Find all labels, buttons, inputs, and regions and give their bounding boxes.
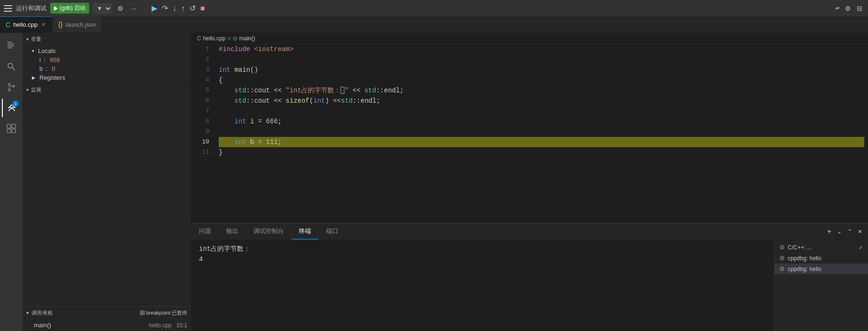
ln-3: 3 bbox=[191, 65, 209, 75]
bottom-content: int占的字节数： 4 ⚙ C/C++: ... ✓ ⚙ cppdbg: hel… bbox=[191, 240, 868, 331]
svg-rect-17 bbox=[12, 129, 15, 133]
continue-button[interactable]: ▶ bbox=[150, 2, 159, 14]
terminal-close-button[interactable]: ✕ bbox=[856, 226, 864, 237]
activity-item-search[interactable] bbox=[2, 57, 21, 76]
locals-chevron: ▾ bbox=[32, 48, 34, 53]
more-options-button[interactable]: ··· bbox=[129, 3, 138, 14]
terminal-side-item-cpp[interactable]: ⚙ C/C++: ... ✓ bbox=[775, 242, 868, 253]
registers-chevron: ▶ bbox=[32, 75, 36, 80]
registers-group[interactable]: ▶ Registers bbox=[23, 73, 191, 82]
cursor-box bbox=[341, 87, 344, 94]
terminal-main[interactable]: int占的字节数： 4 bbox=[191, 240, 774, 331]
step-out-button[interactable]: ↑ bbox=[179, 3, 187, 14]
editor-area: C hello.cpp > ⊙ main() 1 2 3 4 5 6 7 8 9… bbox=[191, 33, 868, 331]
watch-section: ▾ 监视 bbox=[23, 83, 191, 306]
tab-hello-cpp-label: hello.cpp bbox=[13, 21, 38, 28]
svg-rect-2 bbox=[8, 45, 14, 46]
bottom-panel: 问题 输出 调试控制台 终端 端口 + ⌄ ⌃ ✕ int占的字节数： 4 bbox=[191, 223, 868, 331]
ln-11: 11 bbox=[191, 147, 209, 158]
add-terminal-button[interactable]: + bbox=[825, 226, 833, 238]
tab-problems[interactable]: 问题 bbox=[191, 224, 219, 240]
tab-terminal[interactable]: 终端 bbox=[291, 224, 319, 240]
step-into-button[interactable]: ↓ bbox=[171, 3, 178, 14]
call-stack-header[interactable]: ▾ 调用堆栈 因 breakpoint 已暂停 bbox=[23, 307, 191, 319]
debug-config-dropdown[interactable]: ▼ bbox=[93, 3, 112, 14]
svg-rect-15 bbox=[12, 124, 15, 128]
debug-badge: 1 bbox=[12, 100, 19, 107]
settings-gear-button[interactable]: ⚙ bbox=[843, 3, 853, 14]
variable-i[interactable]: i : 666 bbox=[23, 55, 191, 64]
activity-item-source-control[interactable] bbox=[2, 78, 21, 97]
ln-2: 2 bbox=[191, 54, 209, 65]
terminal-side: ⚙ C/C++: ... ✓ ⚙ cppdbg: hello ⚙ cppdbg:… bbox=[774, 240, 868, 331]
stop-button[interactable]: ■ bbox=[198, 3, 207, 14]
locals-label: Locals bbox=[38, 47, 56, 54]
remote-icon-button[interactable]: ⇌ bbox=[833, 3, 841, 13]
code-line-10: int b = 111; bbox=[219, 137, 864, 147]
ln-10: ▶ 10 bbox=[191, 137, 209, 147]
activity-item-explorer[interactable] bbox=[2, 37, 21, 55]
main-layout: 1 ▾ 变量 ▾ Locals i : 666 bbox=[0, 33, 868, 331]
debug-start-button[interactable]: (gdb) 启动 bbox=[50, 3, 89, 14]
variables-tree: ▾ Locals i : 666 b : 0 ▶ Registers bbox=[23, 45, 191, 83]
tab-debug-console[interactable]: 调试控制台 bbox=[246, 224, 291, 240]
svg-point-6 bbox=[8, 83, 10, 85]
split-editor-button[interactable]: ⊟ bbox=[855, 3, 864, 14]
terminal-side-item-cppdbg1[interactable]: ⚙ cppdbg: hello bbox=[775, 253, 868, 263]
call-stack-tree: main() hello.cpp 10:1 bbox=[23, 319, 191, 331]
variable-b[interactable]: b : 0 bbox=[23, 64, 191, 73]
call-stack-location: hello.cpp 10:1 bbox=[149, 322, 187, 329]
breadcrumb-file[interactable]: hello.cpp bbox=[203, 35, 226, 42]
tab-hello-cpp[interactable]: C hello.cpp ✕ bbox=[0, 16, 53, 32]
call-stack-chevron: ▾ bbox=[26, 310, 30, 316]
code-content[interactable]: #include <iostream> int main() { std::co… bbox=[215, 44, 868, 223]
ln-6: 6 bbox=[191, 96, 209, 106]
svg-line-5 bbox=[12, 68, 15, 70]
code-line-6: std::cout << sizeof(int) <<std::endl; bbox=[219, 96, 864, 106]
var-i-value: 666 bbox=[50, 56, 60, 63]
tab-hello-cpp-close[interactable]: ✕ bbox=[40, 21, 46, 28]
code-line-1: #include <iostream> bbox=[219, 44, 864, 54]
tab-launch-json[interactable]: {} launch.json bbox=[53, 16, 102, 32]
restart-button[interactable]: ↺ bbox=[188, 2, 198, 14]
terminal-maximize-button[interactable]: ⌃ bbox=[845, 226, 854, 237]
terminal-split-button[interactable]: ⌄ bbox=[835, 226, 844, 237]
sidebar: ▾ 变量 ▾ Locals i : 666 b : 0 bbox=[23, 33, 191, 331]
bottom-tabs: 问题 输出 调试控制台 终端 端口 + ⌄ ⌃ ✕ bbox=[191, 224, 868, 240]
bottom-tabs-right: + ⌄ ⌃ ✕ bbox=[822, 224, 868, 240]
tab-output[interactable]: 输出 bbox=[219, 224, 246, 240]
ln-4: 4 bbox=[191, 75, 209, 85]
watch-header[interactable]: ▾ 监视 bbox=[23, 83, 191, 96]
tab-ports[interactable]: 端口 bbox=[319, 224, 346, 240]
tab-launch-json-label: launch.json bbox=[66, 21, 97, 28]
breadcrumb-symbol: main() bbox=[239, 35, 255, 42]
step-over-button[interactable]: ↷ bbox=[160, 2, 170, 14]
ln-9: 9 bbox=[191, 127, 209, 137]
watch-label: 监视 bbox=[31, 86, 42, 93]
code-line-4: { bbox=[219, 75, 864, 85]
call-stack-item-main[interactable]: main() hello.cpp 10:1 bbox=[23, 320, 191, 330]
hamburger-menu-icon[interactable] bbox=[4, 5, 12, 12]
activity-item-extensions[interactable] bbox=[2, 119, 21, 138]
locals-group[interactable]: ▾ Locals bbox=[23, 46, 191, 55]
activity-item-debug[interactable]: 1 bbox=[2, 98, 21, 117]
run-debug-label: 运行和调试 bbox=[16, 4, 46, 13]
call-stack-fn-name: main() bbox=[34, 322, 51, 329]
breadcrumb-symbol-icon: ⊙ bbox=[233, 35, 237, 42]
code-line-9 bbox=[219, 127, 864, 137]
breadcrumb: C hello.cpp > ⊙ main() bbox=[191, 33, 868, 44]
terminal-gear-icon-2: ⚙ bbox=[779, 255, 785, 262]
variables-label: 变量 bbox=[31, 36, 42, 43]
terminal-side-label-cppdbg1: cppdbg: hello bbox=[788, 255, 821, 262]
code-editor[interactable]: 1 2 3 4 5 6 7 8 9 ▶ 10 11 #include <iost… bbox=[191, 44, 868, 223]
code-line-11: } bbox=[219, 147, 864, 158]
terminal-side-item-cppdbg2[interactable]: ⚙ cppdbg: hello bbox=[775, 263, 868, 274]
svg-rect-16 bbox=[7, 129, 11, 133]
ln-1: 1 bbox=[191, 44, 209, 54]
settings-icon-button[interactable]: ⚙ bbox=[115, 3, 125, 14]
title-bar: 运行和调试 (gdb) 启动 ▼ ⚙ ··· ▶ ↷ ↓ ↑ ↺ ■ ⇌ ⚙ ⊟ bbox=[0, 0, 868, 16]
variables-header[interactable]: ▾ 变量 bbox=[23, 33, 191, 45]
terminal-line-1: int占的字节数： bbox=[199, 244, 767, 254]
code-line-8: int i = 666; bbox=[219, 116, 864, 127]
terminal-line-2: 4 bbox=[199, 254, 767, 264]
